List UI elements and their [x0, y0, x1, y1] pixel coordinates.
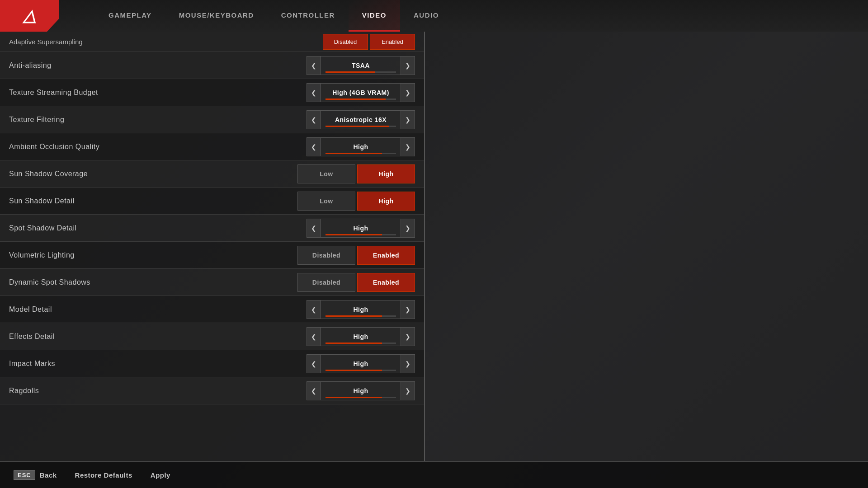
right-panel [425, 32, 868, 461]
spinner-bar-ragdolls [326, 397, 396, 398]
toggle-opt1-sun-shadow-coverage[interactable]: Low [297, 164, 355, 183]
spinner-text-model-detail: High [353, 306, 368, 313]
toggle-control-sun-shadow-detail: LowHigh [297, 192, 415, 211]
setting-row-model-detail: Model Detail❮High❯ [0, 296, 424, 323]
spinner-bar-fill-anti-aliasing [326, 71, 375, 73]
arrow-left-ragdolls[interactable]: ❮ [307, 381, 321, 400]
spinner-bar-fill-spot-shadow-detail [326, 234, 382, 235]
spinner-bar-effects-detail [326, 343, 396, 344]
arrow-right-texture-filtering[interactable]: ❯ [401, 110, 415, 129]
spinner-control-impact-marks: ❮High❯ [307, 354, 415, 373]
spinner-bar-fill-texture-streaming-budget [326, 99, 386, 100]
nav-tab-mouse-keyboard[interactable]: MOUSE/KEYBOARD [165, 0, 268, 32]
arrow-right-texture-streaming-budget[interactable]: ❯ [401, 83, 415, 102]
settings-scroll[interactable]: Adaptive Supersampling Disabled Enabled … [0, 32, 424, 461]
setting-row-sun-shadow-detail: Sun Shadow DetailLowHigh [0, 188, 424, 215]
setting-label-effects-detail: Effects Detail [9, 333, 307, 341]
spinner-bar-texture-streaming-budget [326, 99, 396, 100]
toggle-opt1-sun-shadow-detail[interactable]: Low [297, 192, 355, 211]
spinner-text-ambient-occlusion-quality: High [353, 143, 368, 150]
spinner-bar-fill-model-detail [326, 315, 382, 317]
partial-row-label: Adaptive Supersampling [9, 38, 323, 46]
arrow-left-anti-aliasing[interactable]: ❮ [307, 56, 321, 75]
spinner-text-effects-detail: High [353, 333, 368, 340]
spinner-bar-texture-filtering [326, 126, 396, 127]
setting-label-sun-shadow-detail: Sun Shadow Detail [9, 197, 297, 205]
arrow-left-ambient-occlusion-quality[interactable]: ❮ [307, 137, 321, 156]
toggle-control-volumetric-lighting: DisabledEnabled [297, 246, 415, 265]
setting-label-ambient-occlusion-quality: Ambient Occlusion Quality [9, 143, 307, 151]
spinner-value-spot-shadow-detail: High [321, 219, 401, 238]
nav-bar: △ GAMEPLAYMOUSE/KEYBOARDCONTROLLERVIDEOA… [0, 0, 868, 32]
arrow-right-impact-marks[interactable]: ❯ [401, 354, 415, 373]
toggle-opt2-dynamic-spot-shadows[interactable]: Enabled [357, 273, 415, 292]
arrow-right-model-detail[interactable]: ❯ [401, 300, 415, 319]
setting-row-sun-shadow-coverage: Sun Shadow CoverageLowHigh [0, 160, 424, 188]
setting-row-impact-marks: Impact Marks❮High❯ [0, 350, 424, 377]
nav-tabs: GAMEPLAYMOUSE/KEYBOARDCONTROLLERVIDEOAUD… [95, 0, 453, 32]
back-label: Back [40, 471, 57, 479]
setting-label-texture-filtering: Texture Filtering [9, 116, 307, 124]
partial-row-adaptive-supersampling: Adaptive Supersampling Disabled Enabled [0, 32, 424, 52]
spinner-value-anti-aliasing: TSAA [321, 56, 401, 75]
toggle-opt1-dynamic-spot-shadows[interactable]: Disabled [297, 273, 355, 292]
spinner-control-anti-aliasing: ❮TSAA❯ [307, 56, 415, 75]
arrow-left-effects-detail[interactable]: ❮ [307, 327, 321, 346]
arrow-right-anti-aliasing[interactable]: ❯ [401, 56, 415, 75]
spinner-bar-fill-texture-filtering [326, 126, 389, 127]
setting-label-volumetric-lighting: Volumetric Lighting [9, 251, 297, 259]
setting-row-ragdolls: Ragdolls❮High❯ [0, 377, 424, 404]
setting-row-spot-shadow-detail: Spot Shadow Detail❮High❯ [0, 215, 424, 242]
setting-label-spot-shadow-detail: Spot Shadow Detail [9, 224, 307, 232]
spinner-text-spot-shadow-detail: High [353, 225, 368, 232]
spinner-value-ambient-occlusion-quality: High [321, 137, 401, 156]
arrow-left-impact-marks[interactable]: ❮ [307, 354, 321, 373]
restore-defaults-button[interactable]: Restore Defaults [75, 471, 132, 479]
toggle-opt2-sun-shadow-detail[interactable]: High [357, 192, 415, 211]
partial-toggle-disabled[interactable]: Disabled [323, 34, 368, 50]
spinner-text-anti-aliasing: TSAA [352, 62, 370, 69]
arrow-right-ragdolls[interactable]: ❯ [401, 381, 415, 400]
spinner-value-model-detail: High [321, 300, 401, 319]
setting-row-anti-aliasing: Anti-aliasing❮TSAA❯ [0, 52, 424, 79]
arrow-left-spot-shadow-detail[interactable]: ❮ [307, 219, 321, 238]
spinner-value-ragdolls: High [321, 381, 401, 400]
nav-tab-video[interactable]: VIDEO [349, 0, 400, 32]
spinner-control-effects-detail: ❮High❯ [307, 327, 415, 346]
spinner-value-effects-detail: High [321, 327, 401, 346]
toggle-control-sun-shadow-coverage: LowHigh [297, 164, 415, 183]
nav-tab-audio[interactable]: AUDIO [400, 0, 453, 32]
toggle-opt2-volumetric-lighting[interactable]: Enabled [357, 246, 415, 265]
setting-row-texture-streaming-budget: Texture Streaming Budget❮High (4GB VRAM)… [0, 79, 424, 106]
nav-tab-controller[interactable]: CONTROLLER [268, 0, 349, 32]
setting-row-effects-detail: Effects Detail❮High❯ [0, 323, 424, 350]
nav-tab-gameplay[interactable]: GAMEPLAY [95, 0, 165, 32]
arrow-left-texture-filtering[interactable]: ❮ [307, 110, 321, 129]
spinner-text-ragdolls: High [353, 387, 368, 394]
settings-panel: Adaptive Supersampling Disabled Enabled … [0, 32, 425, 461]
spinner-control-texture-filtering: ❮Anisotropic 16X❯ [307, 110, 415, 129]
arrow-left-model-detail[interactable]: ❮ [307, 300, 321, 319]
toggle-control-dynamic-spot-shadows: DisabledEnabled [297, 273, 415, 292]
arrow-right-ambient-occlusion-quality[interactable]: ❯ [401, 137, 415, 156]
setting-label-model-detail: Model Detail [9, 305, 307, 314]
spinner-control-model-detail: ❮High❯ [307, 300, 415, 319]
toggle-opt2-sun-shadow-coverage[interactable]: High [357, 164, 415, 183]
spinner-bar-anti-aliasing [326, 71, 396, 73]
setting-row-texture-filtering: Texture Filtering❮Anisotropic 16X❯ [0, 106, 424, 133]
toggle-opt1-volumetric-lighting[interactable]: Disabled [297, 246, 355, 265]
arrow-left-texture-streaming-budget[interactable]: ❮ [307, 83, 321, 102]
setting-label-texture-streaming-budget: Texture Streaming Budget [9, 89, 307, 97]
setting-row-dynamic-spot-shadows: Dynamic Spot ShadowsDisabledEnabled [0, 269, 424, 296]
apply-label: Apply [151, 471, 170, 479]
arrow-right-effects-detail[interactable]: ❯ [401, 327, 415, 346]
back-button[interactable]: ESC Back [14, 470, 57, 480]
arrow-right-spot-shadow-detail[interactable]: ❯ [401, 219, 415, 238]
spinner-control-spot-shadow-detail: ❮High❯ [307, 219, 415, 238]
partial-toggle-enabled[interactable]: Enabled [370, 34, 415, 50]
spinner-bar-fill-effects-detail [326, 343, 382, 344]
setting-row-volumetric-lighting: Volumetric LightingDisabledEnabled [0, 242, 424, 269]
setting-label-sun-shadow-coverage: Sun Shadow Coverage [9, 170, 297, 178]
apply-button[interactable]: Apply [151, 471, 170, 479]
spinner-text-texture-filtering: Anisotropic 16X [335, 116, 387, 123]
